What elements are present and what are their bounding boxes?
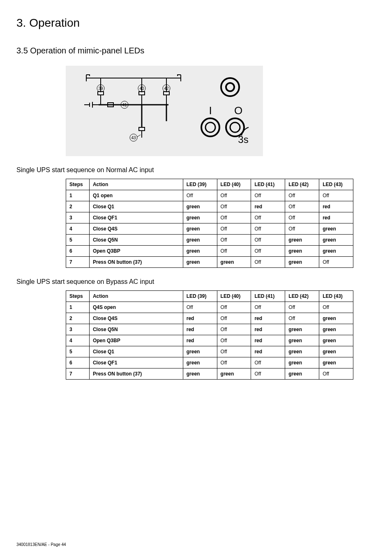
normal-header: LED (41) <box>251 179 285 190</box>
normal-cell-led41: Off <box>251 257 285 268</box>
bypass-cell-led41: Off <box>251 368 285 380</box>
section-title: 3.5 Operation of mimic-panel LEDs <box>16 46 376 55</box>
bypass-cell-led43: green <box>319 357 353 368</box>
normal-cell-led43: red <box>319 212 353 223</box>
bypass-cell-led42: Off <box>285 313 319 324</box>
bypass-cell-led40: green <box>217 368 251 380</box>
bypass-cell-led42: green <box>285 324 319 335</box>
bypass-cell-led41: red <box>251 313 285 324</box>
svg-point-32 <box>205 122 215 132</box>
diagram-button-o-label: O <box>234 104 242 117</box>
bypass-cell-led42: green <box>285 346 319 357</box>
normal-cell-led42: Off <box>285 212 319 223</box>
svg-point-34 <box>230 122 240 132</box>
table-row: 5Close Q1greenOffredgreengreen <box>66 346 353 357</box>
table-row: 1Q1 openOffOffOffOffOff <box>66 190 353 201</box>
normal-header: LED (39) <box>183 179 217 190</box>
page-number: - Page 44 <box>47 542 66 547</box>
normal-cell-step: 2 <box>66 201 90 212</box>
diagram-button-i-label: I <box>209 104 212 117</box>
normal-cell-led43: red <box>319 201 353 212</box>
bypass-header: LED (41) <box>251 291 285 302</box>
bypass-cell-led40: Off <box>217 357 251 368</box>
bypass-cell-led42: green <box>285 357 319 368</box>
normal-cell-step: 3 <box>66 212 90 223</box>
table-row: 1Q4S openOffOffOffOffOff <box>66 302 353 313</box>
normal-cell-led41: Off <box>251 223 285 235</box>
diagram-label-41: 41 <box>122 103 127 107</box>
bypass-cell-led40: Off <box>217 346 251 357</box>
normal-cell-led41: Off <box>251 190 285 201</box>
bypass-cell-led42: Off <box>285 302 319 313</box>
normal-header: LED (40) <box>217 179 251 190</box>
normal-cell-led40: Off <box>217 190 251 201</box>
chapter-title: 3. Operation <box>16 16 376 30</box>
bypass-header: LED (42) <box>285 291 319 302</box>
normal-cell-step: 5 <box>66 235 90 246</box>
bypass-cell-led41: Off <box>251 302 285 313</box>
bypass-cell-step: 2 <box>66 313 90 324</box>
normal-cell-action: Close Q4S <box>89 223 183 235</box>
table-normal-ac: StepsActionLED (39)LED (40)LED (41)LED (… <box>66 179 353 268</box>
svg-rect-24 <box>139 127 145 131</box>
bypass-cell-step: 6 <box>66 357 90 368</box>
table-row: 5Close Q5NgreenOffOffgreengreen <box>66 235 353 246</box>
normal-cell-led42: Off <box>285 201 319 212</box>
doc-id: 34001813EN/AE <box>16 542 47 547</box>
table-bypass-ac: StepsActionLED (39)LED (40)LED (41)LED (… <box>66 290 353 380</box>
normal-cell-led41: Off <box>251 212 285 223</box>
normal-cell-led43: Off <box>319 257 353 268</box>
diagram-label-39: 39 <box>98 86 103 91</box>
bypass-cell-led40: Off <box>217 313 251 324</box>
normal-cell-led41: red <box>251 201 285 212</box>
svg-point-30 <box>226 83 234 91</box>
bypass-cell-led43: green <box>319 324 353 335</box>
normal-cell-step: 1 <box>66 190 90 201</box>
bypass-cell-led40: Off <box>217 335 251 346</box>
bypass-cell-step: 1 <box>66 302 90 313</box>
bypass-cell-led40: Off <box>217 302 251 313</box>
normal-cell-led43: Off <box>319 190 353 201</box>
normal-cell-led39: green <box>183 223 217 235</box>
bypass-cell-led43: Off <box>319 368 353 380</box>
normal-cell-led40: Off <box>217 212 251 223</box>
diagram-hold-label: 3s <box>238 134 248 145</box>
normal-header: Steps <box>66 179 90 190</box>
svg-line-27 <box>137 135 141 137</box>
bypass-cell-action: Close QF1 <box>89 357 183 368</box>
bypass-header: LED (39) <box>183 291 217 302</box>
normal-cell-action: Close QF1 <box>89 212 183 223</box>
normal-cell-led40: Off <box>217 201 251 212</box>
table-row: 2Close Q1greenOffredOffred <box>66 201 353 212</box>
bypass-cell-led43: green <box>319 346 353 357</box>
normal-cell-action: Q1 open <box>89 190 183 201</box>
table-row: 7Press ON button (37)greengreenOffgreenO… <box>66 257 353 268</box>
normal-cell-led40: Off <box>217 223 251 235</box>
bypass-cell-led40: Off <box>217 324 251 335</box>
normal-cell-led39: green <box>183 235 217 246</box>
normal-cell-step: 4 <box>66 223 90 235</box>
normal-cell-led39: green <box>183 212 217 223</box>
table-row: 2Close Q4SredOffredOffgreen <box>66 313 353 324</box>
bypass-cell-step: 3 <box>66 324 90 335</box>
normal-cell-led42: green <box>285 246 319 257</box>
bypass-cell-led43: green <box>319 313 353 324</box>
table-row: 6Open Q3BPgreenOffOffgreengreen <box>66 246 353 257</box>
normal-cell-led43: green <box>319 246 353 257</box>
bypass-header: Steps <box>66 291 90 302</box>
normal-cell-step: 7 <box>66 257 90 268</box>
normal-cell-led40: green <box>217 257 251 268</box>
bypass-cell-step: 5 <box>66 346 90 357</box>
normal-cell-led39: green <box>183 246 217 257</box>
normal-cell-step: 6 <box>66 246 90 257</box>
bypass-cell-led39: red <box>183 324 217 335</box>
normal-cell-led41: Off <box>251 235 285 246</box>
bypass-cell-led43: Off <box>319 302 353 313</box>
bypass-cell-action: Press ON button (37) <box>89 368 183 380</box>
bypass-cell-led42: green <box>285 335 319 346</box>
bypass-cell-led39: green <box>183 357 217 368</box>
normal-cell-led41: Off <box>251 246 285 257</box>
bypass-cell-led39: red <box>183 335 217 346</box>
normal-cell-action: Close Q5N <box>89 235 183 246</box>
normal-cell-led39: green <box>183 257 217 268</box>
